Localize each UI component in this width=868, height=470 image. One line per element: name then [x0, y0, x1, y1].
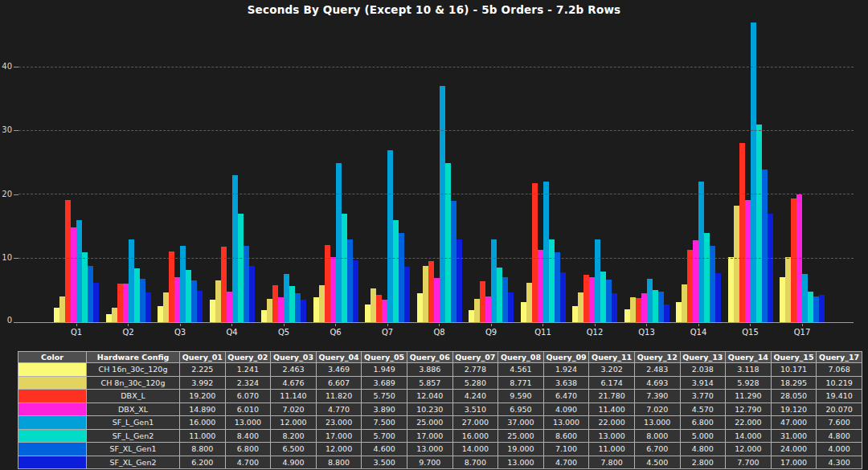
color-swatch	[18, 456, 87, 469]
value-cell: 10.230	[407, 403, 452, 416]
bar-SF_XL_Gen1-Q1	[88, 266, 93, 322]
value-cell: 3.510	[452, 403, 498, 416]
value-cell: 6.607	[316, 376, 362, 390]
bars-layer	[18, 16, 854, 322]
bar-SF_L_Gen1-Q15	[751, 22, 756, 322]
bar-CH 8n_30c_120g-Q17	[785, 257, 791, 322]
x-axis: Q1Q2Q3Q4Q5Q6Q7Q8Q9Q11Q12Q13Q14Q15Q17	[18, 324, 854, 337]
bar-DBX_L-Q2	[117, 284, 123, 322]
value-cell: 6.700	[634, 443, 680, 456]
x-cell-Q8: Q8	[417, 324, 462, 337]
x-tick-mark-Q6	[335, 324, 336, 326]
x-tick-mark-Q11	[542, 324, 543, 326]
x-cell-Q3: Q3	[158, 324, 203, 337]
color-swatch	[18, 416, 87, 430]
bar-CH 16n_30c_120g-Q13	[624, 309, 630, 322]
x-label-Q4: Q4	[226, 328, 237, 337]
x-cell-Q7: Q7	[365, 324, 410, 337]
value-cell: 1.924	[543, 363, 589, 377]
bar-group-Q5	[261, 16, 306, 322]
x-cell-Q13: Q13	[624, 324, 669, 337]
hardware-config-cell: SF_XL_Gen2	[87, 456, 180, 469]
column-header-query-04: Query_04	[316, 352, 362, 363]
bar-SF_L_Gen1-Q11	[543, 182, 549, 322]
bar-CH 8n_30c_120g-Q12	[578, 292, 583, 322]
bar-CH 16n_30c_120g-Q4	[210, 300, 215, 322]
x-tick-mark-Q4	[231, 324, 232, 326]
gridline-20	[18, 194, 854, 194]
value-cell: 4.090	[543, 403, 589, 416]
bar-SF_L_Gen1-Q5	[284, 274, 289, 322]
value-cell: 3.469	[316, 363, 362, 377]
value-cell: 3.770	[680, 390, 726, 403]
value-cell: 5.280	[452, 376, 498, 390]
value-cell: 7.700	[726, 456, 772, 469]
bar-DBX_L-Q5	[272, 285, 278, 322]
value-cell: 8.800	[180, 443, 226, 456]
value-cell: 19.410	[817, 390, 862, 403]
data-table: ColorHardware ConfigQuery_01Query_02Quer…	[18, 351, 862, 469]
value-cell: 1.241	[225, 363, 271, 377]
value-cell: 7.020	[271, 403, 317, 416]
bar-SF_XL_Gen2-Q17	[819, 295, 825, 322]
bar-SF_XL_Gen1-Q13	[658, 292, 664, 322]
bar-SF_L_Gen1-Q17	[802, 274, 808, 322]
column-header-query-13: Query_13	[680, 352, 726, 363]
color-swatch	[18, 376, 87, 390]
value-cell: 1.949	[362, 363, 407, 377]
value-cell: 2.800	[680, 456, 726, 469]
bar-group-Q3	[158, 16, 203, 322]
value-cell: 14.000	[452, 443, 498, 456]
bar-CH 16n_30c_120g-Q12	[572, 306, 578, 322]
value-cell: 5.750	[362, 390, 407, 403]
bar-SF_XL_Gen2-Q3	[197, 291, 203, 322]
hardware-config-cell: SF_L_Gen1	[87, 416, 180, 430]
bar-SF_L_Gen2-Q1	[82, 252, 88, 322]
value-cell: 3.914	[680, 376, 726, 390]
bar-DBX_XL-Q8	[434, 278, 440, 322]
bar-group-Q15	[728, 16, 773, 322]
value-cell: 20.070	[817, 403, 862, 416]
value-cell: 4.600	[362, 443, 407, 456]
bar-SF_XL_Gen1-Q17	[813, 296, 819, 322]
bar-DBX_XL-Q3	[174, 277, 180, 322]
bar-SF_XL_Gen2-Q11	[560, 272, 566, 322]
value-cell: 8.000	[634, 429, 680, 443]
value-cell: 7.068	[817, 363, 862, 377]
table-row-SF_L_Gen2: SF_L_Gen211.0008.4008.20017.0005.70017.0…	[18, 429, 862, 443]
bar-SF_L_Gen2-Q13	[653, 290, 658, 322]
bar-group-Q9	[469, 16, 514, 322]
bar-SF_XL_Gen2-Q7	[404, 267, 410, 322]
x-tick-mark-Q9	[491, 324, 492, 326]
bar-group-Q12	[572, 16, 617, 322]
color-swatch	[18, 403, 87, 416]
y-tick-label-40: 40	[2, 63, 12, 71]
column-header-query-17: Query_17	[817, 352, 862, 363]
value-cell: 6.500	[271, 443, 317, 456]
hardware-config-cell: DBX_XL	[87, 403, 180, 416]
bar-SF_L_Gen1-Q12	[595, 239, 600, 322]
bar-DBX_L-Q11	[532, 183, 538, 322]
bar-SF_L_Gen1-Q8	[440, 86, 445, 322]
y-tick-label-30: 30	[2, 126, 12, 134]
table-row-SF_XL_Gen2: SF_XL_Gen26.2004.7004.9008.8003.5009.700…	[18, 456, 862, 469]
bar-DBX_XL-Q7	[382, 300, 387, 322]
bar-DBX_XL-Q14	[693, 240, 698, 322]
value-cell: 2.778	[452, 363, 498, 377]
column-header-query-14: Query_14	[726, 352, 772, 363]
x-cell-Q1: Q1	[54, 324, 99, 337]
table-row-CH 16n_30c_120g: CH 16n_30c_120g2.2251.2412.4633.4691.949…	[18, 363, 862, 377]
gridline-10	[18, 258, 854, 259]
color-swatch	[18, 429, 87, 443]
bar-DBX_L-Q9	[480, 281, 485, 322]
x-cell-Q4: Q4	[210, 324, 255, 337]
x-label-Q2: Q2	[122, 328, 133, 337]
bar-CH 8n_30c_120g-Q14	[682, 284, 687, 322]
value-cell: 6.950	[498, 403, 544, 416]
value-cell: 6.470	[543, 390, 589, 403]
bar-SF_L_Gen2-Q15	[756, 125, 762, 322]
hardware-config-cell: SF_L_Gen2	[87, 429, 180, 443]
x-cell-Q9: Q9	[469, 324, 514, 337]
value-cell: 11.000	[589, 443, 635, 456]
bar-CH 16n_30c_120g-Q1	[54, 308, 59, 322]
